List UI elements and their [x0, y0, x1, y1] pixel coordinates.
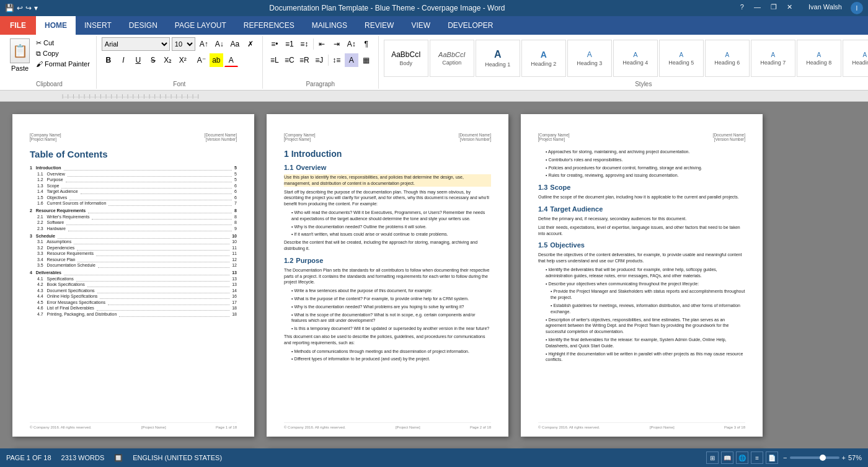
style-heading4[interactable]: A Heading 4	[613, 40, 658, 77]
underline-button[interactable]: U	[131, 53, 145, 67]
tab-file[interactable]: FILE	[0, 16, 36, 35]
close-icon[interactable]: ✕	[783, 2, 796, 14]
line-spacing-button[interactable]: ↕≡	[330, 53, 343, 67]
font-size-select[interactable]: 10	[172, 37, 195, 51]
page3-header: [Company Name][Project Name] [Document N…	[538, 133, 745, 141]
ruler: |...|...|...|...|...|...|...|...|...|...…	[0, 91, 868, 102]
page2-h2-overview: 1.1Overview	[284, 164, 491, 171]
style-heading6[interactable]: A Heading 6	[705, 40, 750, 77]
styles-row: AaBbCcI Body AaBbCcI Caption A Heading 1…	[384, 37, 868, 79]
font-family-select[interactable]: Arial	[102, 37, 170, 51]
style-heading2[interactable]: A Heading 2	[521, 40, 566, 77]
user-avatar: I	[851, 2, 863, 14]
ribbon: 📋 Paste ✂ Cut ⧉ Copy 🖌 Format Painter Cl…	[0, 35, 868, 91]
borders-button[interactable]: ▦	[360, 53, 373, 67]
subscript-button[interactable]: X₂	[161, 53, 175, 67]
paste-label: Paste	[11, 64, 29, 72]
help-icon[interactable]: ?	[737, 2, 748, 14]
show-formatting-button[interactable]: ¶	[360, 37, 373, 51]
strikethrough-button[interactable]: S̶	[146, 53, 160, 67]
toc-entry-1: 1 Introduction5	[30, 166, 237, 171]
word-count[interactable]: 2313 WORDS	[61, 454, 105, 461]
tab-review[interactable]: REVIEW	[356, 16, 402, 35]
tab-mailings[interactable]: MAILINGS	[303, 16, 356, 35]
style-body[interactable]: AaBbCcI Body	[384, 40, 428, 77]
tab-home[interactable]: HOME	[36, 16, 76, 35]
align-left-button[interactable]: ≡L	[268, 53, 281, 67]
copy-button[interactable]: ⧉ Copy	[35, 49, 91, 58]
style-heading1[interactable]: A Heading 1	[476, 40, 520, 77]
text-highlight-button[interactable]: ab	[210, 53, 223, 67]
bullets-button[interactable]: ≡•	[268, 37, 281, 51]
tab-view[interactable]: VIEW	[402, 16, 439, 35]
style-heading3[interactable]: A Heading 3	[567, 40, 612, 77]
page3-bullet-top-4: Rules for creating, reviewing, approving…	[546, 172, 745, 179]
save-icon[interactable]: 💾	[5, 4, 14, 12]
align-center-button[interactable]: ≡C	[283, 53, 296, 67]
zoom-level[interactable]: 57%	[848, 454, 862, 461]
italic-button[interactable]: I	[117, 53, 130, 67]
print-layout-button[interactable]: ⊞	[706, 451, 719, 464]
bold-button[interactable]: B	[102, 53, 115, 67]
page3-h2-objectives: 1.5Objectives	[538, 241, 745, 249]
page1-footer-mid: [Project Name]	[141, 425, 166, 429]
style-heading8[interactable]: A Heading 8	[797, 40, 841, 77]
page2-header-left: [Company Name][Project Name]	[284, 133, 316, 141]
decrease-font-button[interactable]: A↓	[213, 37, 226, 51]
justify-button[interactable]: ≡J	[312, 53, 326, 67]
full-reading-button[interactable]: 📖	[721, 451, 733, 464]
cut-button[interactable]: ✂ Cut	[35, 38, 91, 48]
page2-bullet-1: Who will read the documents? Will it be …	[291, 210, 491, 222]
language[interactable]: ENGLISH (UNITED STATES)	[133, 454, 222, 461]
toc-entry-3-5: 3.5 Documentation Schedule12	[30, 263, 237, 268]
tab-design[interactable]: DESIGN	[120, 16, 166, 35]
sort-button[interactable]: A↕	[345, 37, 358, 51]
style-heading7[interactable]: A Heading 7	[751, 40, 795, 77]
tab-developer[interactable]: DEVELOPER	[439, 16, 502, 35]
page3-header-right: [Document Name][Version Number]	[713, 133, 745, 141]
undo-icon[interactable]: ↩	[17, 4, 23, 12]
clear-format-button[interactable]: ✗	[244, 37, 257, 51]
shading-button[interactable]: A	[345, 53, 358, 67]
page2-bullet-2: Why is the documentation needed? Outline…	[291, 224, 491, 230]
page2-purpose-bullet-6: Methods of communications through meetin…	[291, 349, 491, 355]
outline-button[interactable]: ≡	[751, 451, 763, 464]
increase-indent-button[interactable]: ⇥	[330, 37, 343, 51]
zoom-thumb	[820, 455, 826, 461]
minimize-icon[interactable]: —	[750, 2, 764, 14]
format-painter-button[interactable]: 🖌 Format Painter	[35, 60, 91, 68]
user-name[interactable]: Ivan Walsh	[805, 2, 846, 14]
clipboard-small-btns: ✂ Cut ⧉ Copy 🖌 Format Painter	[35, 38, 91, 68]
numbering-button[interactable]: ≡1	[283, 37, 296, 51]
zoom-slider[interactable]	[790, 456, 839, 459]
title-bar: 💾 ↩ ↪ ▾ Documentation Plan Template - Bl…	[0, 0, 868, 16]
proofing-icon: 🔲	[114, 454, 123, 462]
page-1: [Company Name][Project Name] [Document N…	[12, 114, 254, 437]
tab-page-layout[interactable]: PAGE LAYOUT	[166, 16, 235, 35]
restore-icon[interactable]: ❐	[767, 2, 781, 14]
multilevel-button[interactable]: ≡↕	[298, 37, 311, 51]
increase-font-button[interactable]: A↑	[197, 37, 211, 51]
style-caption[interactable]: AaBbCcI Caption	[430, 40, 474, 77]
zoom-out-button[interactable]: −	[783, 454, 787, 461]
toc-entry-3-3: 3.3 Resource Requirements11	[30, 251, 237, 256]
decrease-indent-button[interactable]: ⇤	[315, 37, 329, 51]
redo-icon[interactable]: ↪	[25, 4, 32, 12]
tab-insert[interactable]: INSERT	[76, 16, 120, 35]
web-layout-button[interactable]: 🌐	[736, 451, 748, 464]
align-right-button[interactable]: ≡R	[298, 53, 311, 67]
text-effects-button[interactable]: A⁻	[195, 53, 208, 67]
paste-button[interactable]: 📋 Paste	[7, 37, 32, 73]
draft-button[interactable]: 📄	[766, 451, 778, 464]
superscript-button[interactable]: X²	[176, 53, 190, 67]
view-buttons: ⊞ 📖 🌐 ≡ 📄	[706, 451, 778, 464]
font-color-button[interactable]: A	[224, 53, 238, 67]
style-heading5[interactable]: A Heading 5	[659, 40, 704, 77]
page2-footer: © Company 2016. All rights reserved. [Pr…	[284, 422, 491, 429]
style-heading9[interactable]: A Heading 9	[843, 40, 868, 77]
tab-references[interactable]: REFERENCES	[235, 16, 303, 35]
zoom-in-button[interactable]: +	[842, 454, 846, 461]
page-count[interactable]: PAGE 1 OF 18	[6, 454, 51, 461]
page3-footer-mid: [Project Name]	[650, 425, 675, 429]
change-case-button[interactable]: Aa	[228, 37, 242, 51]
